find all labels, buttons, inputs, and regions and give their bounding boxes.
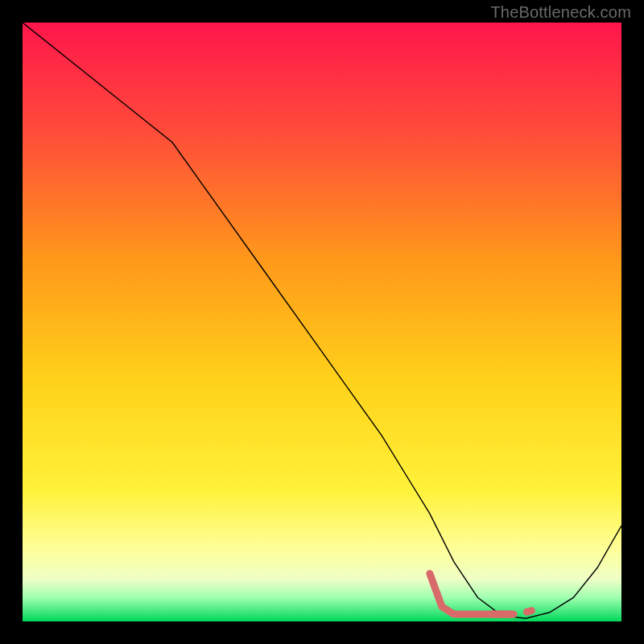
chart-svg xyxy=(23,23,621,621)
chart-plot-area xyxy=(23,23,621,621)
chart-background xyxy=(23,23,621,621)
highlight-segment-2 xyxy=(526,611,531,613)
watermark-text: TheBottleneck.com xyxy=(490,3,631,22)
